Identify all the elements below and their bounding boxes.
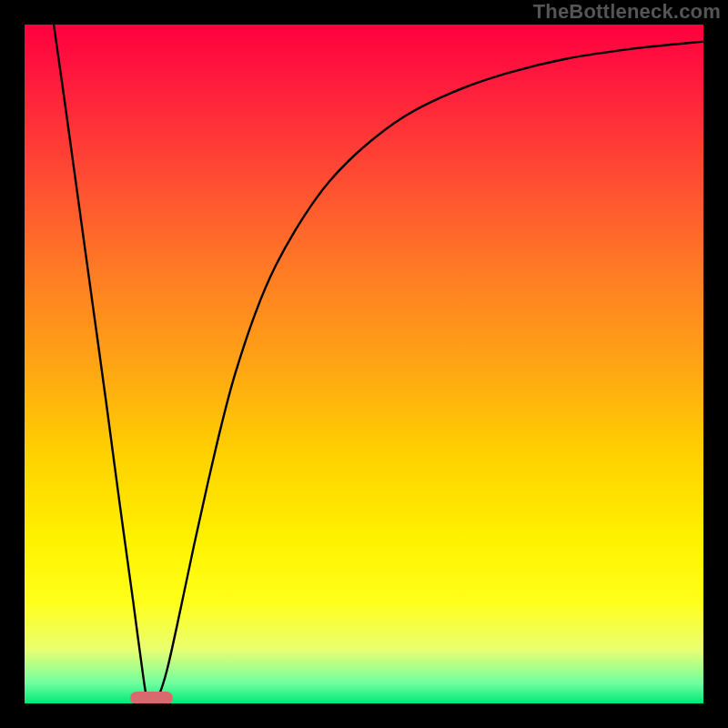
bottleneck-curve-path xyxy=(54,25,703,703)
optimal-point-marker xyxy=(130,692,174,703)
chart-frame xyxy=(25,25,703,703)
chart-curve xyxy=(25,25,703,703)
watermark-text: TheBottleneck.com xyxy=(533,0,721,24)
